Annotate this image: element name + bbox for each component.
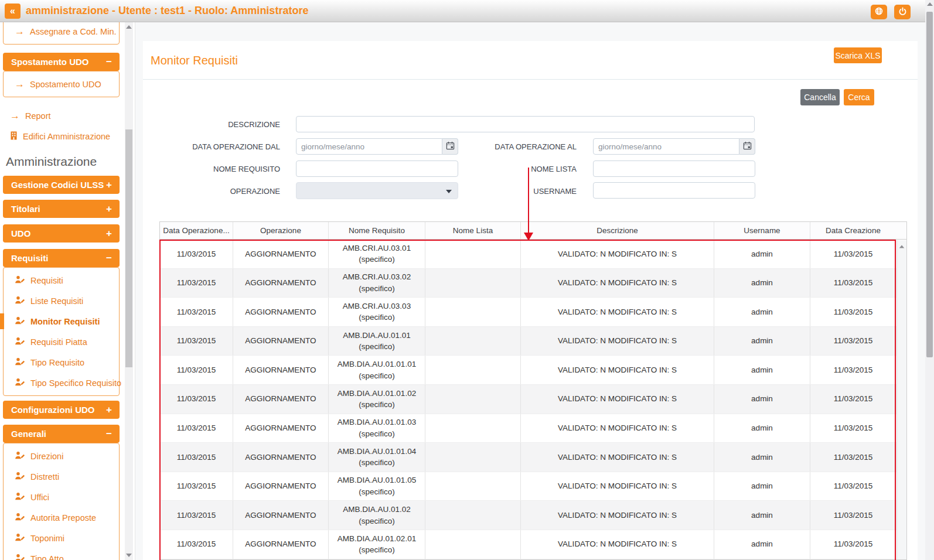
user-edit-icon [15, 378, 25, 388]
scroll-up-icon[interactable] [927, 2, 933, 6]
sidebar-submenu-item[interactable]: Tipo Requisito [4, 352, 119, 373]
menu-header-titolari[interactable]: Titolari + [3, 200, 120, 218]
sidebar-submenu-item[interactable]: Toponimi [4, 528, 119, 548]
sidebar-submenu-item[interactable]: Tipo Atto [4, 548, 119, 560]
menu-header-label: UDO [11, 228, 30, 238]
table-row[interactable]: 11/03/2015 AGGIORNAMENTO AMB.CRI.AU.03.0… [160, 240, 906, 269]
sidebar-submenu-item[interactable]: Monitor Requisiti [4, 311, 119, 332]
sidebar-item-spostamento-udo[interactable]: → Spostamento UDO [4, 74, 119, 94]
page-scrollbar[interactable] [925, 0, 934, 560]
cell-username: admin [714, 530, 810, 559]
column-header[interactable]: Data Creazione [810, 222, 896, 239]
sidebar-submenu-item[interactable]: Distretti [4, 466, 119, 487]
scarica-xls-button[interactable]: Scarica XLS [834, 47, 882, 63]
sidebar-section-title: Amministrazione [6, 155, 123, 169]
generali-submenu: Direzioni Distretti Uffici Autorita [3, 443, 120, 560]
data-operazione-al-input[interactable] [593, 138, 739, 155]
sidebar-item-label: Edifici Amministrazione [23, 132, 110, 141]
cell-data-creazione: 11/03/2015 [810, 327, 896, 356]
scroll-up-icon[interactable] [899, 245, 905, 248]
cell-username: admin [714, 472, 810, 501]
sidebar-item-edifici-amministrazione[interactable]: Edifici Amministrazione [0, 126, 123, 146]
cerca-button[interactable]: Cerca [844, 89, 874, 105]
user-edit-icon [15, 554, 25, 560]
sidebar-scrollbar[interactable] [125, 22, 133, 560]
sidebar-submenu-item[interactable]: Tipo Specifico Requisito [4, 373, 119, 393]
scroll-up-icon[interactable] [126, 25, 132, 29]
expand-plus-icon[interactable]: + [106, 200, 112, 218]
cancella-button[interactable]: Cancella [800, 89, 840, 105]
cell-nome-requisito: AMB.CRI.AU.03.01(specifico) [329, 240, 425, 268]
table-row[interactable]: 11/03/2015 AGGIORNAMENTO AMB.DIA.AU.01.0… [160, 356, 906, 385]
arrow-right-icon: → [10, 111, 20, 121]
username-input[interactable] [593, 182, 755, 199]
operazione-select[interactable] [296, 182, 458, 199]
table-row[interactable]: 11/03/2015 AGGIORNAMENTO AMB.CRI.AU.03.0… [160, 269, 906, 298]
arrow-right-icon: → [15, 79, 25, 89]
table-row[interactable]: 11/03/2015 AGGIORNAMENTO AMB.DIA.AU.01.0… [160, 385, 906, 414]
expand-plus-icon[interactable]: + [106, 176, 112, 194]
cell-data-operazione: 11/03/2015 [160, 414, 233, 443]
menu-header-configurazioni-udo[interactable]: Configurazioni UDO + [3, 401, 120, 419]
table-header-row: Data Operazione... Operazione Nome Requi… [160, 222, 906, 240]
cell-username: admin [714, 269, 810, 298]
arrow-right-icon: → [15, 26, 25, 36]
sidebar-submenu-item[interactable]: Requisiti [4, 270, 119, 291]
menu-header-udo[interactable]: UDO + [3, 224, 120, 243]
column-header[interactable]: Data Operazione... [160, 222, 233, 239]
column-header[interactable]: Operazione [233, 222, 329, 239]
sidebar-collapse-button[interactable]: « [5, 4, 21, 19]
sidebar-item-label: Report [25, 111, 51, 121]
nome-requisito-input[interactable] [296, 161, 458, 177]
collapse-minus-icon[interactable]: − [106, 425, 112, 443]
expand-plus-icon[interactable]: + [106, 224, 112, 243]
column-header[interactable]: Nome Requisito [329, 222, 425, 239]
menu-header-gestione-codici-ulss[interactable]: Gestione Codici ULSS + [3, 176, 120, 194]
sidebar-scrollbar-thumb[interactable] [125, 129, 132, 367]
sidebar-item-report[interactable]: → Report [0, 105, 123, 126]
page-scrollbar-thumb[interactable] [926, 12, 933, 357]
menu-header-spostamento-udo[interactable]: Spostamento UDO − [3, 53, 120, 71]
language-globe-button[interactable] [871, 5, 887, 19]
sidebar-item-label: Autorita Preposte [30, 513, 96, 523]
column-header[interactable]: Descrizione [521, 222, 714, 239]
menu-header-label: Requisiti [11, 253, 48, 263]
nome-lista-input[interactable] [593, 161, 755, 177]
user-edit-icon [15, 472, 25, 482]
descrizione-input[interactable] [296, 116, 755, 132]
collapse-minus-icon[interactable]: − [106, 53, 112, 71]
logout-power-button[interactable] [894, 5, 911, 19]
cell-data-operazione: 11/03/2015 [160, 240, 233, 268]
cell-nome-requisito: AMB.DIA.AU.01.01.05(specifico) [329, 472, 425, 501]
sidebar-submenu-item[interactable]: Uffici [4, 487, 119, 507]
collapse-minus-icon[interactable]: − [106, 249, 112, 267]
sidebar-item-assegnare-cod-min[interactable]: → Assegnare a Cod. Min. [4, 22, 119, 42]
table-row[interactable]: 11/03/2015 AGGIORNAMENTO AMB.DIA.AU.01.0… [160, 443, 906, 472]
column-header[interactable]: Nome Lista [425, 222, 521, 239]
table-row[interactable]: 11/03/2015 AGGIORNAMENTO AMB.CRI.AU.03.0… [160, 298, 906, 327]
cell-nome-requisito: AMB.DIA.AU.01.01.04(specifico) [329, 443, 425, 472]
table-row[interactable]: 11/03/2015 AGGIORNAMENTO AMB.DIA.AU.01.0… [160, 414, 906, 443]
menu-header-generali[interactable]: Generali − [3, 425, 120, 443]
sidebar-submenu-item[interactable]: Direzioni [4, 446, 119, 466]
calendar-button[interactable] [739, 138, 755, 155]
sidebar-submenu-item[interactable]: Liste Requisiti [4, 291, 119, 311]
column-header[interactable]: Username [714, 222, 810, 239]
menu-header-requisiti[interactable]: Requisiti − [3, 249, 120, 267]
cell-data-creazione: 11/03/2015 [810, 240, 896, 268]
expand-plus-icon[interactable]: + [106, 401, 112, 419]
table-row[interactable]: 11/03/2015 AGGIORNAMENTO AMB.DIA.AU.01.0… [160, 472, 906, 501]
sidebar-submenu-item[interactable]: Requisiti Piatta [4, 332, 119, 352]
table-row[interactable]: 11/03/2015 AGGIORNAMENTO AMB.DIA.AU.01.0… [160, 501, 906, 530]
data-operazione-dal-input[interactable] [296, 138, 442, 155]
menu-header-label: Generali [11, 429, 46, 439]
cell-operazione: AGGIORNAMENTO [233, 443, 329, 472]
table-scrollbar[interactable] [896, 240, 906, 559]
table-row[interactable]: 11/03/2015 AGGIORNAMENTO AMB.DIA.AU.01.0… [160, 327, 906, 356]
cell-username: admin [714, 501, 810, 530]
scroll-down-icon[interactable] [126, 554, 132, 557]
table-row[interactable]: 11/03/2015 AGGIORNAMENTO AMB.DIA.AU.01.0… [160, 530, 906, 559]
cell-data-operazione: 11/03/2015 [160, 530, 233, 559]
user-edit-icon [15, 513, 25, 523]
sidebar-submenu-item[interactable]: Autorita Preposte [4, 507, 119, 528]
